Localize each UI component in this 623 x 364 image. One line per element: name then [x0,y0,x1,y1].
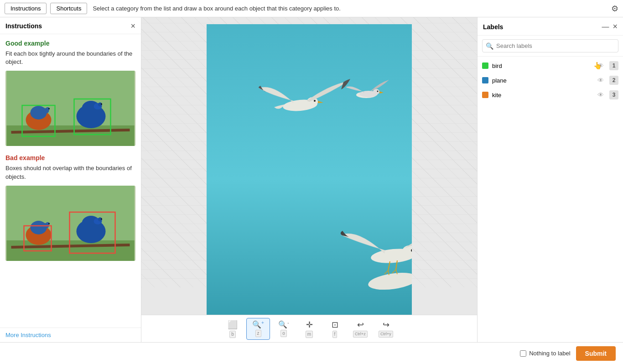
redo-shortcut: Ctrl+y [379,331,393,338]
good-example-image [5,71,135,146]
settings-icon[interactable]: ⚙ [611,4,618,14]
minimize-icon[interactable]: — [602,23,609,31]
instructions-panel-header: Instructions × [0,17,141,34]
bad-example-image [5,186,135,261]
svg-point-34 [314,100,316,102]
bottom-bar: Nothing to label Submit [0,342,623,364]
kite-label-item[interactable]: kite 👁 3 [478,88,623,102]
zoom-in-tool-button[interactable]: 🔍+ z [246,318,270,340]
labels-panel-header: Labels — × [478,17,623,36]
labels-header-icons: — × [602,22,618,31]
bird-label-count: 1 [609,61,618,70]
main-layout: Instructions × Good example Fit each box… [0,17,623,342]
plane-label-item[interactable]: plane 👁 2 [478,73,623,88]
instructions-panel-title: Instructions [5,22,42,30]
topbar-hint: Select a category from the list and draw… [93,5,607,12]
main-image-container[interactable] [207,24,412,315]
zoom-in-icon: 🔍+ [252,320,264,329]
svg-point-50 [377,91,379,92]
plane-label-color [482,77,488,83]
plane-label-visibility-icon[interactable]: 👁 [597,77,604,84]
labels-title: Labels [483,23,503,31]
nothing-to-label-checkbox[interactable] [520,350,526,357]
bird-label-color [482,62,488,69]
zoom-out-icon: 🔍- [278,320,289,329]
labels-list: bird 👆 👁 1 plane 👁 2 kite 👁 3 [478,57,623,342]
main-image[interactable] [207,24,412,315]
svg-rect-1 [7,125,135,146]
bird-label-item[interactable]: bird 👆 👁 1 [478,58,623,73]
close-icon[interactable]: × [130,22,135,30]
shortcuts-button[interactable]: Shortcuts [50,3,87,14]
nothing-to-label-label[interactable]: Nothing to label [529,350,570,357]
submit-button[interactable]: Submit [576,346,616,361]
undo-icon: ↩ [357,320,364,330]
zoom-out-shortcut: o [280,330,287,337]
move-shortcut: m [306,331,313,338]
select-tool-button[interactable]: ⬜ b [221,318,244,340]
search-icon: 🔍 [486,42,493,50]
instructions-button[interactable]: Instructions [5,3,47,14]
bad-example-title: Bad example [5,154,135,161]
bird-label-visibility-icon[interactable]: 👁 [597,62,604,69]
svg-rect-30 [207,24,412,315]
fit-shortcut: f [332,331,337,338]
plane-label-name: plane [492,77,594,84]
instructions-panel-body: Good example Fit each box tightly around… [0,34,141,328]
search-container: 🔍 [478,36,623,57]
zoom-out-tool-button[interactable]: 🔍- o [272,318,296,340]
svg-point-7 [48,108,50,109]
select-icon: ⬜ [228,320,238,330]
bird-label-name: bird [492,62,594,69]
fit-tool-button[interactable]: ⊡ f [323,318,347,340]
canvas-scroll[interactable] [141,17,477,315]
more-instructions-link[interactable]: More Instructions [0,328,141,342]
topbar: Instructions Shortcuts Select a category… [0,0,623,17]
kite-label-count: 3 [609,90,618,99]
svg-point-12 [101,104,102,105]
kite-label-color [482,92,488,98]
instructions-panel: Instructions × Good example Fit each box… [0,17,141,342]
nothing-to-label: Nothing to label [520,350,570,357]
kite-label-visibility-icon[interactable]: 👁 [597,91,604,99]
fit-icon: ⊡ [332,320,338,330]
zoom-in-shortcut: z [255,330,261,337]
select-shortcut: b [229,331,236,338]
move-icon: ✛ [306,320,313,330]
undo-shortcut: Ctrl+z [353,331,368,338]
toolbar: ⬜ b 🔍+ z 🔍- o ✛ m ⊡ f ↩ Ctrl+z [141,315,477,342]
redo-icon: ↪ [383,320,389,330]
canvas-area[interactable]: ⬜ b 🔍+ z 🔍- o ✛ m ⊡ f ↩ Ctrl+z [141,17,477,342]
bad-example-desc: Boxes should not overlap with the bounda… [5,164,135,181]
good-example-desc: Fit each box tightly around the boundari… [5,50,135,66]
kite-label-name: kite [492,92,594,99]
redo-tool-button[interactable]: ↪ Ctrl+y [374,318,398,340]
labels-close-icon[interactable]: × [613,22,618,31]
good-example-title: Good example [5,40,135,47]
plane-label-count: 2 [609,76,618,85]
labels-panel: Labels — × 🔍 bird 👆 👁 1 plane 👁 [477,17,623,342]
search-input[interactable] [482,39,618,52]
move-tool-button[interactable]: ✛ m [297,318,321,340]
undo-tool-button[interactable]: ↩ Ctrl+z [348,318,372,340]
svg-point-27 [101,218,102,219]
svg-point-22 [48,223,50,224]
